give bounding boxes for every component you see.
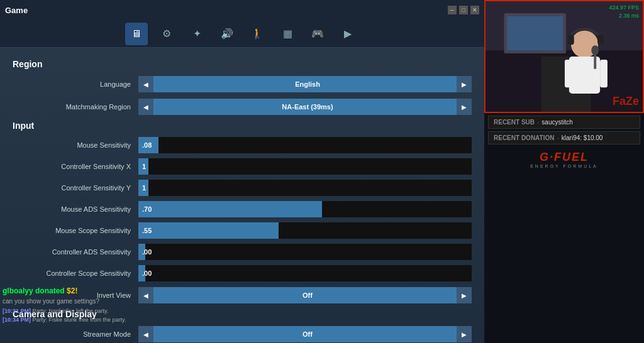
- mouse-ads-sensitivity-fill: .70: [138, 201, 322, 217]
- matchmaking-label: Matchmaking Region: [13, 103, 138, 111]
- controller-sensitivity-x-label: Controller Sensitivity X: [13, 163, 138, 170]
- controller-ads-sensitivity-row: Controller ADS Sensitivity .00: [13, 244, 472, 260]
- tab-gear[interactable]: ⚙: [155, 23, 178, 45]
- matchmaking-value: NA-East (39ms): [153, 99, 457, 115]
- matchmaking-row: Matchmaking Region ◀ NA-East (39ms) ▶: [13, 98, 472, 116]
- recent-sub-row: RECENT SUB - saucystitch: [488, 116, 640, 129]
- svg-rect-10: [597, 35, 604, 45]
- mouse-scope-sensitivity-fill: .55: [138, 222, 279, 239]
- controller-ads-sensitivity-fill: .00: [138, 244, 145, 260]
- faze-logo: FaZe: [613, 95, 639, 108]
- tab-play[interactable]: ▶: [336, 23, 359, 45]
- invert-view-label: Invert View: [13, 291, 138, 299]
- mouse-ads-sensitivity-row: Mouse ADS Sensitivity .70: [13, 201, 472, 217]
- controller-sensitivity-y-fill: 1: [138, 180, 148, 196]
- controller-ads-sensitivity-slider[interactable]: .00: [138, 244, 472, 260]
- recent-donation-row: RECENT DONATION - klari94: $10.00: [488, 131, 640, 144]
- fps-value: 424.97 FPS: [609, 4, 639, 12]
- invert-view-value: Off: [153, 287, 457, 303]
- controller-scope-sensitivity-slider[interactable]: .00: [138, 265, 472, 281]
- mouse-sensitivity-row: Mouse Sensitivity .08: [13, 137, 472, 153]
- controller-sensitivity-y-slider[interactable]: 1: [138, 180, 472, 196]
- controller-sensitivity-y-row: Controller Sensitivity Y 1: [13, 180, 472, 196]
- maximize-button[interactable]: □: [459, 6, 468, 14]
- controller-sensitivity-x-row: Controller Sensitivity X 1: [13, 158, 472, 175]
- camera-header: Camera and Display: [13, 309, 472, 319]
- gfuel-tagline: ENERGY FORMULA: [530, 164, 598, 168]
- sub-separator: -: [537, 119, 539, 126]
- window-title: Game: [5, 6, 28, 15]
- controller-sensitivity-x-slider[interactable]: 1: [138, 158, 472, 175]
- title-bar-controls: ─ □ ✕: [448, 6, 479, 14]
- svg-rect-7: [565, 60, 572, 87]
- gfuel-logo-area: G·FUEL ENERGY FORMULA: [488, 147, 640, 172]
- gfuel-brand: G·FUEL: [540, 151, 589, 164]
- mouse-ads-sensitivity-label: Mouse ADS Sensitivity: [13, 205, 138, 213]
- recent-sub-label: RECENT SUB: [494, 119, 535, 126]
- mouse-ads-sensitivity-slider[interactable]: .70: [138, 201, 472, 217]
- invert-view-row: Invert View ◀ Off ▶: [13, 286, 472, 304]
- language-right-arrow[interactable]: ▶: [457, 76, 472, 92]
- matchmaking-left-arrow[interactable]: ◀: [138, 99, 153, 115]
- controller-sensitivity-y-label: Controller Sensitivity Y: [13, 184, 138, 192]
- tab-sound[interactable]: 🔊: [216, 23, 238, 45]
- game-window: Game ─ □ ✕ 🖥 ⚙ ✦ 🔊 🚶 ▦ 🎮 ▶ Region Langua…: [0, 0, 484, 343]
- mouse-sensitivity-fill: .08: [138, 137, 158, 153]
- invert-view-selector: ◀ Off ▶: [138, 287, 472, 303]
- recent-donation-value: klari94: $10.00: [562, 134, 603, 141]
- input-header: Input: [13, 121, 472, 131]
- matchmaking-selector: ◀ NA-East (39ms) ▶: [138, 99, 472, 115]
- settings-content: Region Language ◀ English ▶ Matchmaking …: [0, 48, 484, 343]
- svg-rect-3: [507, 16, 563, 50]
- invert-view-right-arrow[interactable]: ▶: [457, 287, 472, 303]
- close-button[interactable]: ✕: [470, 6, 479, 14]
- title-bar-left: Game: [5, 6, 28, 15]
- streamer-mode-right-arrow[interactable]: ▶: [457, 326, 472, 342]
- language-row: Language ◀ English ▶: [13, 75, 472, 93]
- streamer-mode-label: Streamer Mode: [13, 330, 138, 338]
- tab-brightness[interactable]: ✦: [186, 23, 208, 45]
- streamer-mode-value: Off: [153, 326, 457, 342]
- donation-separator: -: [557, 134, 558, 141]
- tab-gamepad[interactable]: 🎮: [306, 23, 329, 45]
- mouse-scope-sensitivity-slider[interactable]: .55: [138, 222, 472, 239]
- svg-rect-8: [600, 60, 608, 87]
- matchmaking-right-arrow[interactable]: ▶: [457, 99, 472, 115]
- controller-scope-sensitivity-fill: .00: [138, 265, 145, 281]
- streamer-mode-selector: ◀ Off ▶: [138, 326, 472, 342]
- streamer-mode-left-arrow[interactable]: ◀: [138, 326, 153, 342]
- title-bar: Game ─ □ ✕: [0, 0, 484, 20]
- recent-sub-value: saucystitch: [541, 119, 572, 126]
- language-left-arrow[interactable]: ◀: [138, 76, 153, 92]
- recent-donation-label: RECENT DONATION: [494, 134, 554, 141]
- svg-point-12: [591, 45, 599, 55]
- controller-sensitivity-x-fill: 1: [138, 158, 148, 175]
- tab-grid[interactable]: ▦: [276, 23, 299, 45]
- language-label: Language: [13, 80, 138, 88]
- language-selector: ◀ English ▶: [138, 76, 472, 92]
- controller-ads-sensitivity-label: Controller ADS Sensitivity: [13, 248, 138, 256]
- webcam-area: 424.97 FPS 2.36 ms FaZe: [484, 0, 644, 113]
- tab-person[interactable]: 🚶: [246, 23, 269, 45]
- nav-tabs: 🖥 ⚙ ✦ 🔊 🚶 ▦ 🎮 ▶: [0, 20, 484, 48]
- svg-rect-9: [568, 35, 574, 45]
- minimize-button[interactable]: ─: [448, 6, 457, 14]
- stream-info: RECENT SUB - saucystitch RECENT DONATION…: [484, 113, 644, 343]
- language-value: English: [153, 76, 457, 92]
- invert-view-left-arrow[interactable]: ◀: [138, 287, 153, 303]
- tab-monitor[interactable]: 🖥: [125, 23, 148, 45]
- controller-scope-sensitivity-row: Controller Scope Sensitivity .00: [13, 265, 472, 281]
- ms-value: 2.36 ms: [609, 12, 639, 20]
- mouse-sensitivity-slider[interactable]: .08: [138, 137, 472, 153]
- fps-overlay: 424.97 FPS 2.36 ms: [609, 4, 639, 19]
- mouse-sensitivity-label: Mouse Sensitivity: [13, 141, 138, 149]
- controller-scope-sensitivity-label: Controller Scope Sensitivity: [13, 270, 138, 277]
- streamer-mode-row: Streamer Mode ◀ Off ▶: [13, 325, 472, 343]
- mouse-scope-sensitivity-label: Mouse Scope Sensitivity: [13, 227, 138, 234]
- stream-panel: 424.97 FPS 2.36 ms FaZe RECENT SUB - sau…: [484, 0, 644, 343]
- region-header: Region: [13, 59, 472, 69]
- mouse-scope-sensitivity-row: Mouse Scope Sensitivity .55: [13, 222, 472, 239]
